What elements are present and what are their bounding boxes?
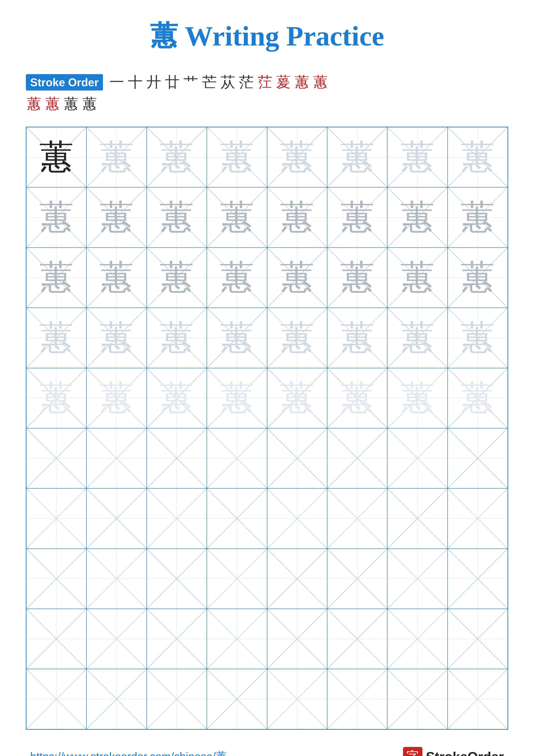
- grid-cell-1-1[interactable]: 蕙: [87, 187, 146, 247]
- grid-cell-1-5[interactable]: 蕙: [327, 187, 387, 247]
- grid-cell-0-6[interactable]: 蕙: [387, 127, 447, 187]
- grid-cell-3-2[interactable]: 蕙: [147, 308, 207, 368]
- grid-cell-9-7[interactable]: [447, 669, 508, 729]
- grid-cell-2-2[interactable]: 蕙: [147, 248, 207, 308]
- grid-cell-5-4[interactable]: [267, 428, 327, 488]
- grid-cell-3-0[interactable]: 蕙: [26, 308, 87, 368]
- grid-cell-7-3[interactable]: [207, 549, 267, 609]
- grid-cell-8-2[interactable]: [147, 609, 207, 669]
- grid-cell-4-4[interactable]: 蕙: [267, 368, 327, 428]
- grid-cell-0-4[interactable]: 蕙: [267, 127, 327, 187]
- cell-char-1-6: 蕙: [400, 200, 435, 235]
- grid-cell-4-6[interactable]: 蕙: [387, 368, 447, 428]
- grid-row-0: 蕙蕙蕙蕙蕙蕙蕙蕙: [26, 127, 508, 187]
- grid-cell-1-6[interactable]: 蕙: [387, 187, 447, 247]
- grid-cell-0-2[interactable]: 蕙: [147, 127, 207, 187]
- grid-cell-3-5[interactable]: 蕙: [327, 308, 387, 368]
- grid-cell-3-1[interactable]: 蕙: [87, 308, 146, 368]
- cell-char-4-3: 蕙: [220, 381, 254, 415]
- cell-char-4-7: 蕙: [460, 381, 495, 415]
- grid-cell-4-0[interactable]: 蕙: [26, 368, 87, 428]
- grid-cell-8-1[interactable]: [87, 609, 146, 669]
- grid-cell-1-7[interactable]: 蕙: [447, 187, 508, 247]
- grid-cell-8-6[interactable]: [387, 609, 447, 669]
- grid-cell-3-3[interactable]: 蕙: [207, 308, 267, 368]
- grid-row-8: [26, 609, 508, 669]
- grid-cell-4-7[interactable]: 蕙: [447, 368, 508, 428]
- grid-cell-3-7[interactable]: 蕙: [447, 308, 508, 368]
- grid-cell-1-3[interactable]: 蕙: [207, 187, 267, 247]
- grid-cell-6-1[interactable]: [87, 488, 146, 549]
- grid-cell-5-1[interactable]: [87, 428, 146, 488]
- grid-cell-7-6[interactable]: [387, 549, 447, 609]
- grid-cell-2-5[interactable]: 蕙: [327, 248, 387, 308]
- grid-cell-3-6[interactable]: 蕙: [387, 308, 447, 368]
- grid-cell-3-4[interactable]: 蕙: [267, 308, 327, 368]
- grid-cell-0-3[interactable]: 蕙: [207, 127, 267, 187]
- grid-cell-6-3[interactable]: [207, 488, 267, 549]
- grid-cell-6-0[interactable]: [26, 488, 87, 549]
- grid-cell-6-4[interactable]: [267, 488, 327, 549]
- grid-cell-2-0[interactable]: 蕙: [26, 248, 87, 308]
- grid-cell-4-3[interactable]: 蕙: [207, 368, 267, 428]
- cell-char-2-5: 蕙: [340, 260, 375, 295]
- stroke-char-2: 廾: [146, 72, 161, 92]
- grid-row-7: [26, 549, 508, 609]
- grid-cell-5-5[interactable]: [327, 428, 387, 488]
- grid-cell-8-5[interactable]: [327, 609, 387, 669]
- grid-cell-5-0[interactable]: [26, 428, 87, 488]
- stroke-char-r2-3: 蕙: [82, 94, 97, 114]
- grid-cell-9-3[interactable]: [207, 669, 267, 729]
- grid-cell-9-6[interactable]: [387, 669, 447, 729]
- grid-cell-8-0[interactable]: [26, 609, 87, 669]
- grid-cell-8-4[interactable]: [267, 609, 327, 669]
- grid-cell-5-6[interactable]: [387, 428, 447, 488]
- grid-cell-2-7[interactable]: 蕙: [447, 248, 508, 308]
- grid-cell-6-5[interactable]: [327, 488, 387, 549]
- grid-cell-7-4[interactable]: [267, 549, 327, 609]
- grid-cell-1-0[interactable]: 蕙: [26, 187, 87, 247]
- grid-cell-9-2[interactable]: [147, 669, 207, 729]
- grid-cell-8-3[interactable]: [207, 609, 267, 669]
- footer-logo: 字 StrokeOrder: [403, 747, 504, 756]
- grid-cell-2-6[interactable]: 蕙: [387, 248, 447, 308]
- stroke-order-row2: 蕙 蕙 蕙 蕙: [26, 94, 508, 114]
- grid-cell-7-2[interactable]: [147, 549, 207, 609]
- grid-row-4: 蕙蕙蕙蕙蕙蕙蕙蕙: [26, 368, 508, 428]
- grid-cell-9-4[interactable]: [267, 669, 327, 729]
- footer-logo-icon: 字: [403, 747, 422, 756]
- grid-cell-0-0[interactable]: 蕙: [26, 127, 87, 187]
- grid-cell-6-7[interactable]: [447, 488, 508, 549]
- grid-cell-0-5[interactable]: 蕙: [327, 127, 387, 187]
- grid-cell-4-1[interactable]: 蕙: [87, 368, 146, 428]
- grid-cell-6-2[interactable]: [147, 488, 207, 549]
- grid-cell-2-3[interactable]: 蕙: [207, 248, 267, 308]
- cell-char-4-0: 蕙: [39, 381, 74, 415]
- grid-cell-2-4[interactable]: 蕙: [267, 248, 327, 308]
- grid-cell-5-3[interactable]: [207, 428, 267, 488]
- grid-cell-8-7[interactable]: [447, 609, 508, 669]
- cell-char-0-7: 蕙: [460, 140, 495, 175]
- grid-cell-9-0[interactable]: [26, 669, 87, 729]
- title-english: Writing Practice: [178, 20, 384, 51]
- grid-cell-7-0[interactable]: [26, 549, 87, 609]
- cell-char-1-2: 蕙: [159, 200, 194, 235]
- footer-url[interactable]: https://www.strokeorder.com/chinese/蕙: [30, 749, 227, 756]
- grid-cell-7-1[interactable]: [87, 549, 146, 609]
- cell-char-4-2: 蕙: [159, 381, 194, 415]
- grid-cell-7-5[interactable]: [327, 549, 387, 609]
- grid-cell-4-5[interactable]: 蕙: [327, 368, 387, 428]
- grid-cell-6-6[interactable]: [387, 488, 447, 549]
- grid-cell-9-1[interactable]: [87, 669, 146, 729]
- cell-char-2-6: 蕙: [400, 260, 435, 295]
- grid-cell-9-5[interactable]: [327, 669, 387, 729]
- grid-cell-2-1[interactable]: 蕙: [87, 248, 146, 308]
- grid-cell-5-7[interactable]: [447, 428, 508, 488]
- grid-cell-4-2[interactable]: 蕙: [147, 368, 207, 428]
- grid-cell-0-7[interactable]: 蕙: [447, 127, 508, 187]
- grid-cell-0-1[interactable]: 蕙: [87, 127, 146, 187]
- grid-cell-7-7[interactable]: [447, 549, 508, 609]
- grid-cell-5-2[interactable]: [147, 428, 207, 488]
- grid-cell-1-2[interactable]: 蕙: [147, 187, 207, 247]
- grid-cell-1-4[interactable]: 蕙: [267, 187, 327, 247]
